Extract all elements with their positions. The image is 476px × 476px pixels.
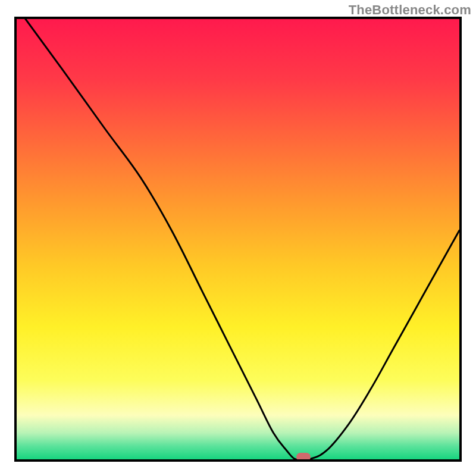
bottleneck-curve [17, 19, 459, 459]
plot-area [14, 17, 462, 462]
watermark-text: TheBottleneck.com [349, 2, 471, 18]
bottleneck-chart: TheBottleneck.com [0, 0, 476, 476]
optimal-point-marker [296, 453, 311, 461]
